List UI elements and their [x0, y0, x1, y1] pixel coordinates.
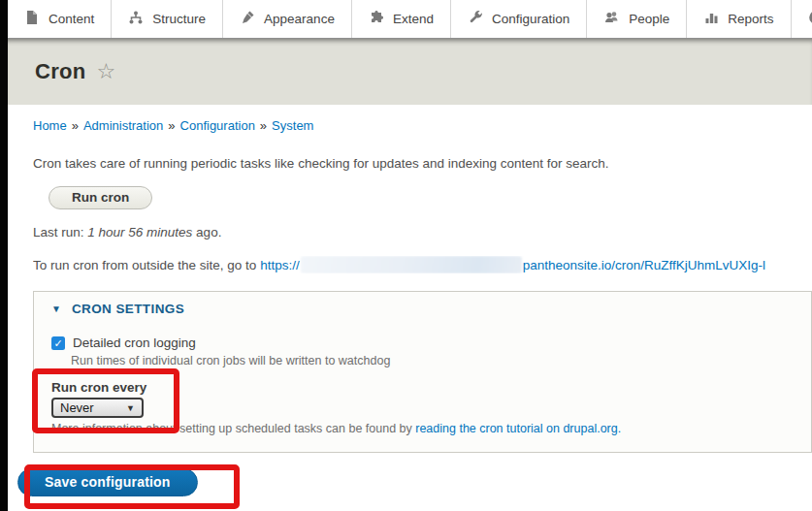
detailed-logging-row: ✓ Detailed cron logging: [51, 335, 797, 350]
structure-icon: [128, 10, 144, 29]
last-run-text: Last run: 1 hour 56 minutes ago.: [33, 225, 812, 240]
external-cron-link-prefix[interactable]: https://: [260, 258, 300, 272]
run-cron-every-select[interactable]: Never ▼: [51, 398, 144, 418]
toolbar-item-configuration[interactable]: Configuration: [451, 0, 587, 38]
breadcrumb-link-configuration[interactable]: Configuration: [180, 118, 255, 133]
toolbar-item-reports[interactable]: Reports: [687, 0, 791, 38]
breadcrumb-separator: »: [168, 118, 175, 133]
extend-icon: [369, 10, 384, 29]
breadcrumb-link-administration[interactable]: Administration: [83, 118, 163, 133]
appearance-icon: [240, 10, 255, 29]
cron-settings-legend-label: CRON SETTINGS: [72, 302, 184, 316]
toolbar-item-label: Reports: [728, 12, 773, 26]
toolbar-item-people[interactable]: People: [587, 0, 687, 38]
cron-settings-fieldset: ▼ CRON SETTINGS ✓ Detailed cron logging …: [33, 291, 812, 453]
detailed-logging-checkbox[interactable]: ✓: [51, 336, 65, 350]
breadcrumb-separator: »: [260, 118, 267, 133]
reports-icon: [703, 10, 719, 29]
toolbar-item-structure[interactable]: Structure: [112, 0, 223, 38]
configuration-icon: [468, 10, 483, 29]
cron-settings-legend[interactable]: ▼ CRON SETTINGS: [51, 302, 797, 316]
toolbar-item-label: Structure: [152, 12, 206, 26]
breadcrumb: Home»Administration»Configuration»System: [33, 118, 812, 133]
detailed-logging-label: Detailed cron logging: [73, 335, 196, 350]
admin-toolbar: Content Structure Appearance Extend Conf…: [8, 0, 812, 39]
toolbar-item-content[interactable]: Content: [8, 0, 112, 38]
select-value: Never: [60, 400, 94, 415]
toolbar-item-appearance[interactable]: Appearance: [223, 0, 352, 38]
star-outline-icon[interactable]: ☆: [97, 61, 116, 82]
content-icon: [24, 10, 40, 29]
main-content: Home»Administration»Configuration»System…: [8, 118, 812, 273]
cron-tutorial-link[interactable]: reading the cron tutorial on drupal.org.: [415, 422, 621, 435]
external-cron-text: To run cron from outside the site, go to: [33, 258, 260, 272]
breadcrumb-separator: »: [72, 118, 79, 133]
breadcrumb-link-home[interactable]: Home: [33, 118, 67, 133]
last-run-suffix: ago.: [192, 225, 221, 240]
page: Content Structure Appearance Extend Conf…: [8, 0, 812, 496]
page-title: Cron: [35, 59, 86, 84]
people-icon: [603, 10, 620, 29]
toolbar-item-help[interactable]: ? Help: [792, 0, 812, 38]
save-configuration-button[interactable]: Save configuration: [17, 468, 198, 496]
external-cron-line: To run cron from outside the site, go to…: [33, 256, 812, 273]
toolbar-item-label: Appearance: [264, 12, 335, 26]
toolbar-item-label: Extend: [393, 12, 434, 26]
run-cron-button[interactable]: Run cron: [49, 186, 152, 209]
collapse-arrow-icon: ▼: [51, 303, 61, 314]
last-run-prefix: Last run:: [33, 225, 87, 240]
more-info-text: More information about setting up schedu…: [51, 422, 797, 435]
intro-text: Cron takes care of running periodic task…: [33, 156, 812, 171]
page-header: Cron ☆: [8, 39, 812, 105]
run-cron-every-label: Run cron every: [51, 380, 797, 395]
toolbar-item-label: Content: [49, 12, 94, 26]
toolbar-item-label: People: [629, 12, 669, 26]
help-icon: ?: [808, 10, 812, 29]
redacted-url-blur: [301, 256, 522, 273]
detailed-logging-description: Run times of individual cron jobs will b…: [71, 354, 797, 367]
select-dropdown-arrow-icon: ▼: [126, 403, 135, 413]
breadcrumb-link-system[interactable]: System: [272, 118, 313, 133]
toolbar-item-label: Configuration: [492, 12, 569, 26]
more-info-prefix: More information about setting up schedu…: [51, 422, 415, 435]
external-cron-link-suffix[interactable]: pantheonsite.io/cron/RuZffKjUhmLvUXIg-l: [523, 258, 765, 272]
toolbar-item-extend[interactable]: Extend: [352, 0, 451, 38]
window-left-edge: [0, 0, 8, 511]
last-run-duration: 1 hour 56 minutes: [87, 225, 192, 240]
